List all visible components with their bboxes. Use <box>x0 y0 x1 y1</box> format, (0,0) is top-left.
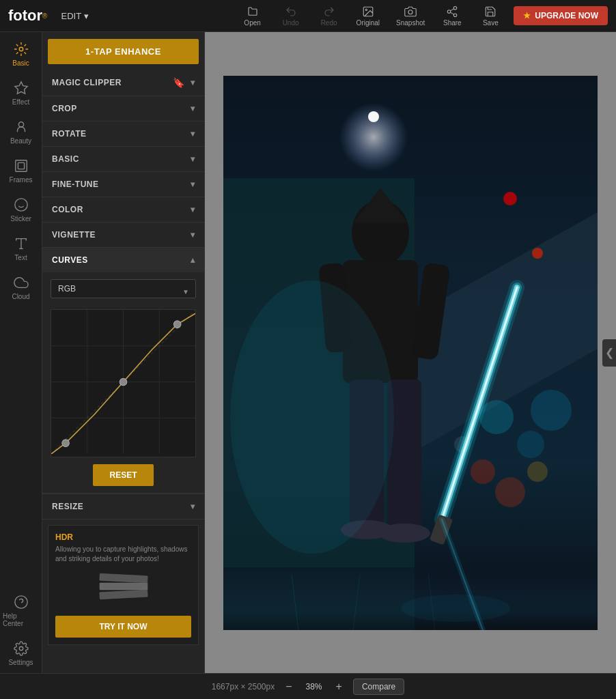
sidebar-item-effect[interactable]: Effect <box>0 74 42 113</box>
edit-menu-button[interactable]: EDIT ▾ <box>61 11 89 21</box>
tool-section-resize: RESIZE ▾ <box>42 494 204 519</box>
rgb-channel-select[interactable]: RGB Red Green Blue <box>51 279 196 298</box>
open-icon <box>247 5 259 18</box>
tool-section-rotate: ROTATE ▾ <box>42 122 204 147</box>
undo-icon <box>285 5 297 18</box>
sidebar-item-help[interactable]: Help Center <box>0 588 42 634</box>
vignette-header[interactable]: VIGNETTE ▾ <box>42 223 204 247</box>
upgrade-button[interactable]: ★ UPGRADE NOW <box>514 6 608 25</box>
bottom-bar: 1667px × 2500px − 38% + Compare <box>0 673 616 699</box>
hdr-promo: HDR Allowing you to capture highlights, … <box>48 525 199 645</box>
save-button[interactable]: Save <box>473 3 508 29</box>
settings-label: Settings <box>8 659 33 666</box>
bookmark-icon: 🔖 <box>173 77 185 88</box>
frames-label: Frames <box>10 176 33 184</box>
svg-point-4 <box>448 10 451 13</box>
curves-chevron-icon: ▴ <box>191 255 195 265</box>
original-label: Original <box>356 19 380 27</box>
crop-chevron-icon: ▾ <box>191 104 195 113</box>
tool-section-color: COLOR ▾ <box>42 197 204 223</box>
right-panel-toggle[interactable]: ❮ <box>602 339 616 367</box>
cloud-icon <box>14 275 29 290</box>
basic-label: Basic <box>12 59 29 67</box>
rotate-label: ROTATE <box>52 129 87 139</box>
tool-section-magic-clipper: MAGIC CLIPPER 🔖 ▾ <box>42 70 204 96</box>
svg-point-62 <box>230 281 394 554</box>
edit-label: EDIT <box>61 11 81 21</box>
vignette-label: VIGNETTE <box>52 230 96 240</box>
sidebar-item-basic[interactable]: Basic <box>0 35 42 74</box>
open-label: Open <box>244 19 260 27</box>
open-button[interactable]: Open <box>235 3 270 29</box>
image-dimensions: 1667px × 2500px <box>212 682 275 691</box>
basic-tool-header[interactable]: BASIC ▾ <box>42 147 204 171</box>
settings-icon <box>14 641 29 656</box>
rotate-header[interactable]: ROTATE ▾ <box>42 122 204 146</box>
original-icon <box>362 5 374 18</box>
logo-text: fotor <box>8 7 42 25</box>
basic-icon <box>14 42 29 57</box>
resize-label: RESIZE <box>52 502 83 511</box>
redo-button[interactable]: Redo <box>311 3 347 29</box>
svg-point-55 <box>378 524 430 543</box>
color-chevron-icon: ▾ <box>191 205 195 214</box>
effect-label: Effect <box>12 98 29 106</box>
sidebar-item-cloud[interactable]: Cloud <box>0 268 42 307</box>
redo-icon <box>323 5 335 18</box>
svg-rect-11 <box>18 162 24 169</box>
curves-graph[interactable] <box>51 309 196 457</box>
magic-clipper-header[interactable]: MAGIC CLIPPER 🔖 ▾ <box>42 70 204 96</box>
fine-tune-label: FINE-TUNE <box>52 180 99 189</box>
hdr-try-button[interactable]: TRY IT NOW <box>55 616 191 638</box>
sidebar-item-beauty[interactable]: Beauty <box>0 113 42 152</box>
crop-header[interactable]: CROP ▾ <box>42 96 204 121</box>
enhance-button[interactable]: 1-TAP ENHANCE <box>48 39 199 64</box>
svg-line-7 <box>451 8 454 10</box>
svg-point-1 <box>365 9 367 10</box>
magic-clipper-chevron-icon: ▾ <box>191 78 195 87</box>
tool-section-curves: CURVES ▴ RGB Red Green Blue <box>42 248 204 494</box>
sidebar-item-sticker[interactable]: Sticker <box>0 190 42 229</box>
svg-line-6 <box>451 12 454 14</box>
hdr-description: Allowing you to capture highlights, shad… <box>55 545 191 564</box>
save-label: Save <box>483 19 499 27</box>
color-header[interactable]: COLOR ▾ <box>42 197 204 222</box>
sticker-label: Sticker <box>10 215 31 223</box>
svg-point-3 <box>454 6 458 10</box>
basic-chevron-icon: ▾ <box>191 154 195 164</box>
sidebar-item-text[interactable]: Text <box>0 229 42 268</box>
sidebar-item-settings[interactable]: Settings <box>0 634 42 673</box>
toolbar-actions: Open Undo Redo Original Snapshot Share S… <box>235 3 509 29</box>
resize-chevron-icon: ▾ <box>191 502 195 511</box>
top-bar: fotor® EDIT ▾ Open Undo Redo Original Sn… <box>0 0 616 32</box>
compare-button[interactable]: Compare <box>353 679 404 695</box>
svg-rect-31 <box>100 583 148 590</box>
svg-point-29 <box>173 321 181 328</box>
photo-container <box>223 76 598 630</box>
sidebar-item-frames[interactable]: Frames <box>0 152 42 190</box>
original-button[interactable]: Original <box>350 3 387 29</box>
share-label: Share <box>443 19 462 27</box>
basic-tool-label: BASIC <box>52 154 79 164</box>
undo-button[interactable]: Undo <box>273 3 309 29</box>
tool-section-vignette: VIGNETTE ▾ <box>42 223 204 248</box>
resize-header[interactable]: RESIZE ▾ <box>42 494 204 519</box>
zoom-in-button[interactable]: + <box>333 680 345 694</box>
svg-point-2 <box>408 10 412 14</box>
curves-svg <box>51 310 195 454</box>
fine-tune-header[interactable]: FINE-TUNE ▾ <box>42 172 204 197</box>
tool-section-basic: BASIC ▾ <box>42 147 204 172</box>
hdr-layers-svg <box>96 569 151 603</box>
share-button[interactable]: Share <box>434 3 470 29</box>
curves-header[interactable]: CURVES ▴ <box>42 248 204 272</box>
cloud-label: Cloud <box>12 293 29 300</box>
zoom-out-button[interactable]: − <box>283 680 294 694</box>
snapshot-button[interactable]: Snapshot <box>389 3 432 29</box>
rgb-select-wrap: RGB Red Green Blue <box>51 279 196 304</box>
upgrade-label: UPGRADE NOW <box>535 11 598 20</box>
tool-section-fine-tune: FINE-TUNE ▾ <box>42 172 204 197</box>
magic-clipper-label: MAGIC CLIPPER <box>52 78 122 87</box>
curves-reset-button[interactable]: RESET <box>93 464 153 486</box>
share-icon <box>446 5 458 18</box>
rotate-chevron-icon: ▾ <box>191 129 195 139</box>
